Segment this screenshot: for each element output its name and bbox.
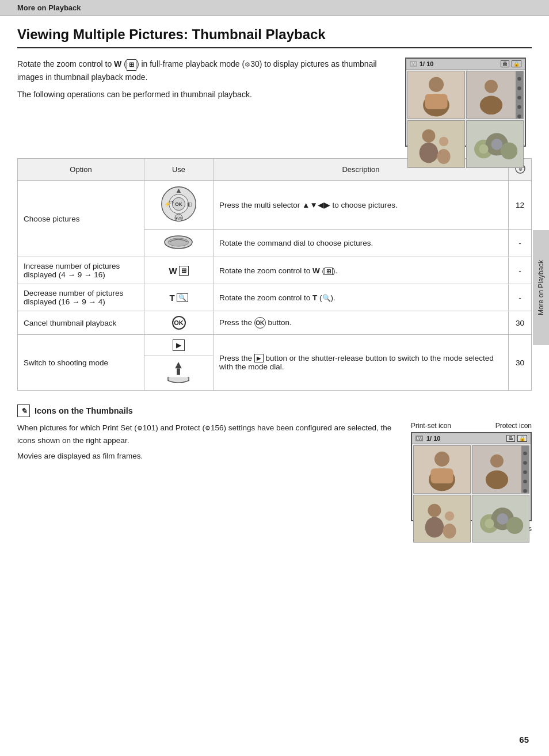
note-content: When pictures for which Print Set (⚙101)… (17, 422, 532, 533)
note-text: When pictures for which Print Set (⚙101)… (17, 422, 399, 533)
svg-point-8 (517, 96, 521, 100)
note-icon: ✎ (17, 404, 30, 417)
table-row-choose-pictures-1: Choose pictures OK (18, 181, 532, 230)
desc-cancel: Press the OK button. (214, 311, 509, 335)
svg-rect-55 (414, 495, 470, 543)
side-tab: More on Playback (533, 230, 549, 345)
use-command-dial (144, 230, 214, 257)
svg-point-50 (523, 470, 527, 474)
svg-point-21 (501, 142, 517, 159)
desc-increase: Rotate the zoom control to W (⊞). (214, 257, 509, 284)
svg-point-49 (523, 461, 527, 465)
option-choose-pictures: Choose pictures (18, 181, 144, 257)
svg-rect-13 (408, 121, 464, 168)
desc-decrease: Rotate the zoom control to T (🔍). (214, 284, 509, 311)
svg-text:◧: ◧ (187, 201, 192, 207)
options-table: Option Use Description ⚙ Choose pictures (17, 158, 532, 391)
svg-rect-3 (425, 94, 447, 109)
svg-point-9 (517, 105, 521, 109)
option-increase: Increase number of pictures displayed (4… (18, 257, 144, 284)
svg-point-52 (523, 489, 527, 493)
svg-rect-41 (177, 368, 180, 375)
svg-point-48 (523, 452, 527, 456)
svg-point-6 (517, 77, 521, 81)
svg-point-57 (425, 517, 444, 537)
use-multi-selector: OK ▼/M ⚡ ◧ ◔ (144, 181, 214, 230)
option-switch: Switch to shooting mode (18, 335, 144, 391)
svg-point-22 (479, 144, 488, 153)
svg-point-53 (490, 455, 504, 468)
svg-point-10 (517, 114, 521, 119)
svg-point-12 (480, 96, 502, 114)
svg-point-16 (439, 136, 448, 146)
svg-point-58 (445, 511, 454, 520)
use-zoom-t: T 🔍 (144, 284, 214, 311)
intro-text: Rotate the zoom control to W (⊞) in full… (17, 58, 394, 147)
print-set-label: Print-set icon (411, 422, 451, 430)
svg-point-1 (429, 77, 444, 92)
svg-rect-45 (430, 468, 453, 483)
table-row-increase: Increase number of pictures displayed (4… (18, 257, 532, 284)
svg-point-23 (491, 139, 502, 150)
page-increase: - (509, 257, 532, 284)
page-choose-1: 12 (509, 181, 532, 230)
svg-point-11 (485, 80, 498, 93)
svg-point-54 (486, 470, 508, 489)
use-zoom-w: W ⊞ (144, 257, 214, 284)
note-camera-image: Print-set icon Protect icon IN 1/ 10 🖶 🔒 (411, 422, 532, 533)
svg-point-15 (420, 142, 439, 163)
option-decrease: Decrease number of pictures displayed (1… (18, 284, 144, 311)
note-section: ✎ Icons on the Thumbnails When pictures … (17, 404, 532, 533)
page-switch: 30 (509, 335, 532, 391)
page-title: Viewing Multiple Pictures: Thumbnail Pla… (17, 26, 532, 48)
desc-choose-dial: Rotate the command dial to choose pictur… (214, 230, 509, 257)
table-row-decrease: Decrease number of pictures displayed (1… (18, 284, 532, 311)
svg-text:OK: OK (175, 201, 182, 207)
use-shutter-button (144, 356, 214, 391)
table-row-cancel: Cancel thumbnail playback OK Press the O… (18, 311, 532, 335)
table-row-switch-play: Switch to shooting mode ▶ Press the ▶ bu… (18, 335, 532, 356)
table-header-option: Option (18, 159, 144, 181)
svg-point-59 (443, 524, 456, 539)
header-bar: More on Playback (0, 0, 549, 16)
svg-point-65 (497, 513, 508, 525)
svg-marker-40 (175, 362, 181, 368)
svg-point-56 (428, 503, 441, 517)
desc-switch: Press the ▶ button or the shutter-releas… (214, 335, 509, 391)
svg-text:◔: ◔ (170, 199, 174, 205)
table-header-use: Use (144, 159, 214, 181)
svg-point-17 (437, 149, 451, 164)
note-header: ✎ Icons on the Thumbnails (17, 404, 532, 417)
svg-point-51 (523, 480, 527, 484)
intro-section: Rotate the zoom control to W (⊞) in full… (17, 58, 532, 147)
use-ok-button: OK (144, 311, 214, 335)
page-decrease: - (509, 284, 532, 311)
svg-point-14 (422, 129, 436, 142)
svg-point-7 (517, 86, 521, 90)
svg-point-64 (485, 518, 494, 528)
page-choose-2: - (509, 230, 532, 257)
page-cancel: 30 (509, 311, 532, 335)
use-play-button: ▶ (144, 335, 214, 356)
protect-label: Protect icon (495, 422, 532, 430)
svg-point-43 (434, 452, 449, 467)
svg-point-63 (506, 517, 523, 533)
page-number: 65 (519, 735, 529, 744)
header-label: More on Playback (17, 3, 81, 12)
main-content: Viewing Multiple Pictures: Thumbnail Pla… (0, 16, 549, 544)
note-title: Icons on the Thumbnails (35, 406, 133, 415)
side-tab-text: More on Playback (537, 260, 545, 315)
desc-choose-multi: Press the multi selector ▲▼◀▶ to choose … (214, 181, 509, 230)
intro-camera-screen: IN 1/ 10 🖶 🔒 (405, 58, 532, 147)
option-cancel: Cancel thumbnail playback (18, 311, 144, 335)
svg-text:▼/M: ▼/M (175, 216, 183, 220)
